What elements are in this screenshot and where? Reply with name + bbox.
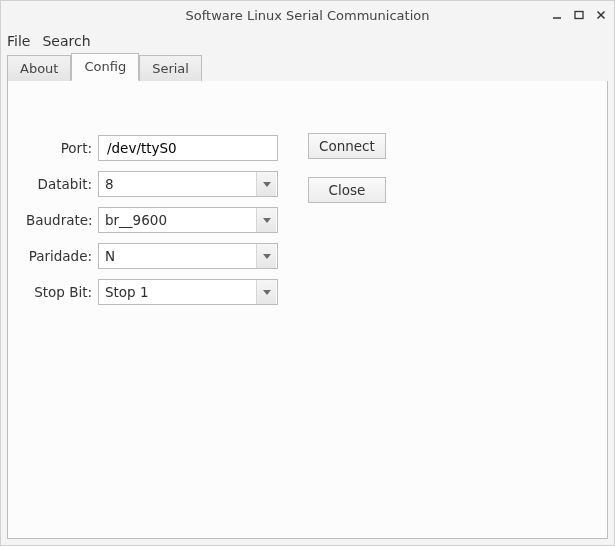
close-icon[interactable]	[594, 8, 608, 22]
svg-marker-5	[263, 218, 271, 223]
port-input[interactable]	[98, 135, 278, 161]
tabbar: About Config Serial	[1, 53, 614, 81]
chevron-down-icon	[256, 208, 276, 232]
databit-value: 8	[105, 176, 114, 192]
port-label: Port:	[26, 140, 92, 156]
baudrate-value: br__9600	[105, 212, 167, 228]
menubar: File Search	[1, 29, 614, 53]
port-input-field[interactable]	[105, 139, 271, 157]
config-form: Port: Databit: 8 Baudrate: br__9600	[26, 135, 587, 305]
databit-label: Databit:	[26, 176, 92, 192]
connect-button[interactable]: Connect	[308, 133, 386, 159]
baudrate-combo[interactable]: br__9600	[98, 207, 278, 233]
tab-content-config: Port: Databit: 8 Baudrate: br__9600	[7, 80, 608, 539]
chevron-down-icon	[256, 280, 276, 304]
tab-about[interactable]: About	[7, 55, 71, 81]
baudrate-label: Baudrate:	[26, 212, 92, 228]
svg-rect-1	[575, 12, 583, 19]
paridade-combo[interactable]: N	[98, 243, 278, 269]
tab-config[interactable]: Config	[71, 53, 139, 81]
config-fields: Port: Databit: 8 Baudrate: br__9600	[26, 135, 278, 305]
svg-marker-7	[263, 290, 271, 295]
close-button[interactable]: Close	[308, 177, 386, 203]
menu-file[interactable]: File	[7, 33, 30, 49]
paridade-label: Paridade:	[26, 248, 92, 264]
paridade-value: N	[105, 248, 115, 264]
minimize-icon[interactable]	[550, 8, 564, 22]
chevron-down-icon	[256, 172, 276, 196]
action-buttons: Connect Close	[308, 133, 386, 305]
window-title: Software Linux Serial Communication	[186, 8, 430, 23]
stopbit-combo[interactable]: Stop 1	[98, 279, 278, 305]
svg-marker-6	[263, 254, 271, 259]
tab-serial[interactable]: Serial	[139, 55, 202, 81]
stopbit-value: Stop 1	[105, 284, 149, 300]
menu-search[interactable]: Search	[42, 33, 90, 49]
titlebar: Software Linux Serial Communication	[1, 1, 614, 29]
maximize-icon[interactable]	[572, 8, 586, 22]
chevron-down-icon	[256, 244, 276, 268]
stopbit-label: Stop Bit:	[26, 284, 92, 300]
databit-combo[interactable]: 8	[98, 171, 278, 197]
titlebar-controls	[550, 1, 608, 29]
app-window: Software Linux Serial Communication File…	[0, 0, 615, 546]
svg-marker-4	[263, 182, 271, 187]
